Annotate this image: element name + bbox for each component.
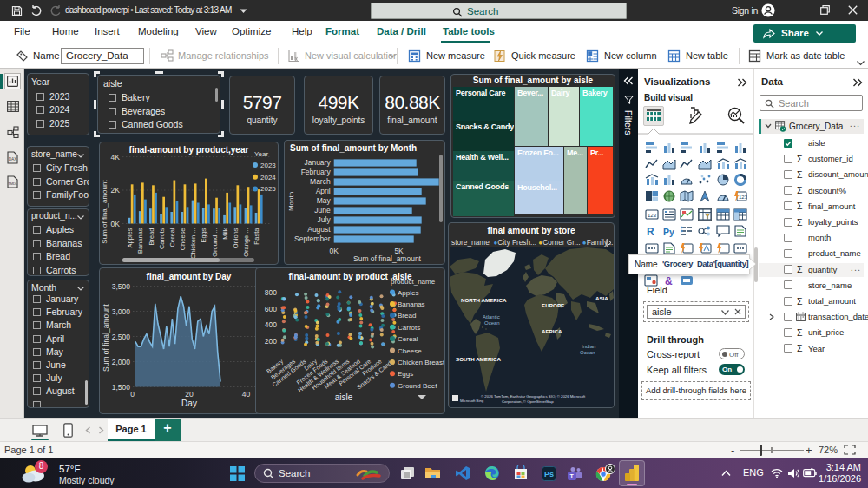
svg-text:Chicken ...: Chicken ... xyxy=(189,228,197,259)
svg-text:600: 600 xyxy=(265,305,277,313)
svg-text:2K: 2K xyxy=(111,186,121,195)
svg-text:September: September xyxy=(294,234,331,243)
svg-text:3,500: 3,500 xyxy=(112,282,131,291)
svg-text:Ground Beef: Ground Beef xyxy=(398,382,437,390)
svg-text:Bread: Bread xyxy=(398,312,416,320)
svg-text:Cereal: Cereal xyxy=(168,228,176,247)
svg-text:Month: Month xyxy=(287,192,295,211)
svg-text:Sum of final_amount: Sum of final_amount xyxy=(353,254,422,263)
svg-text:800: 800 xyxy=(265,288,277,297)
svg-text:Milk: Milk xyxy=(221,228,229,240)
svg-text:2025: 2025 xyxy=(260,185,276,193)
svg-text:Cheese: Cheese xyxy=(398,347,422,355)
svg-text:Atlantic: Atlantic xyxy=(483,314,500,320)
svg-text:Ground ...: Ground ... xyxy=(211,228,219,257)
svg-text:20: 20 xyxy=(185,390,194,399)
svg-text:Indian: Indian xyxy=(582,344,595,349)
svg-text:R: R xyxy=(647,226,654,237)
svg-text:123: 123 xyxy=(648,212,657,217)
svg-text:Ocean: Ocean xyxy=(580,350,595,355)
svg-text:Eggs: Eggs xyxy=(200,228,207,242)
svg-text:May: May xyxy=(317,196,332,205)
svg-text:July: July xyxy=(318,215,332,224)
svg-text:2023: 2023 xyxy=(260,162,276,169)
svg-text:ASIA: ASIA xyxy=(595,295,608,301)
svg-text:2,500: 2,500 xyxy=(112,333,131,341)
svg-text:Bread: Bread xyxy=(148,228,155,246)
svg-text:April: April xyxy=(316,187,331,195)
svg-text:123: 123 xyxy=(739,195,747,200)
svg-text:DAX: DAX xyxy=(9,157,16,162)
svg-text:2024: 2024 xyxy=(260,174,276,181)
svg-text:January: January xyxy=(304,158,331,167)
svg-text:Eggs: Eggs xyxy=(398,370,413,378)
svg-text:Cheese: Cheese xyxy=(179,228,187,251)
svg-text:200: 200 xyxy=(265,337,277,346)
svg-text:Bananas: Bananas xyxy=(136,228,144,254)
svg-text:Microsoft Bing: Microsoft Bing xyxy=(460,399,484,403)
svg-text:400: 400 xyxy=(265,320,277,329)
svg-text:Corporation, © OpenStreetMap: Corporation, © OpenStreetMap xyxy=(502,399,554,404)
svg-text:NORTH AMERICA: NORTH AMERICA xyxy=(461,297,507,303)
svg-text:Sum of final_amount: Sum of final_amount xyxy=(101,180,108,244)
svg-text:Day: Day xyxy=(181,399,197,408)
svg-text:Year: Year xyxy=(254,150,269,158)
svg-text:Onions: Onions xyxy=(232,228,240,248)
svg-text:Pasta: Pasta xyxy=(253,228,260,245)
svg-text:Apples: Apples xyxy=(398,289,418,297)
svg-text:AFRICA: AFRICA xyxy=(542,328,562,334)
svg-text:EUROPE: EUROPE xyxy=(542,302,564,308)
svg-text:product_name: product_name xyxy=(391,278,436,286)
svg-text:March: March xyxy=(310,177,331,186)
svg-text:June: June xyxy=(314,206,331,214)
svg-text:Orange ...: Orange ... xyxy=(242,228,250,257)
svg-text:Bananas: Bananas xyxy=(398,300,425,308)
svg-text:Ocean: Ocean xyxy=(484,320,500,326)
svg-text:1,500: 1,500 xyxy=(112,383,131,392)
svg-text:T: T xyxy=(570,473,575,479)
svg-text:© 2026 TomTom, Earthstar Geogr: © 2026 TomTom, Earthstar Geographics SIO… xyxy=(481,394,586,399)
svg-text:aisle: aisle xyxy=(335,392,353,402)
svg-text:0K: 0K xyxy=(111,220,121,228)
svg-text:4K: 4K xyxy=(111,153,121,162)
svg-text:August: August xyxy=(307,225,331,234)
svg-text:Cereal: Cereal xyxy=(398,335,418,343)
svg-text:3,000: 3,000 xyxy=(112,307,131,316)
svg-text:February: February xyxy=(301,168,332,176)
svg-text:TMDL: TMDL xyxy=(8,181,18,186)
svg-text:Carrots: Carrots xyxy=(158,228,166,249)
svg-text:Carrots: Carrots xyxy=(398,324,420,332)
svg-text:Chicken Breast: Chicken Breast xyxy=(398,359,444,366)
svg-text:Sum of final_amount: Sum of final_amount xyxy=(102,303,110,372)
svg-text:Apples: Apples xyxy=(126,228,134,247)
svg-text:40: 40 xyxy=(242,390,251,399)
svg-text:SOUTH AMERICA: SOUTH AMERICA xyxy=(456,356,502,362)
svg-text:Ps: Ps xyxy=(544,470,554,478)
svg-text:0: 0 xyxy=(130,390,135,399)
svg-text:0K: 0K xyxy=(329,247,339,255)
svg-text:Py: Py xyxy=(663,227,674,237)
svg-text:2,000: 2,000 xyxy=(112,358,131,366)
